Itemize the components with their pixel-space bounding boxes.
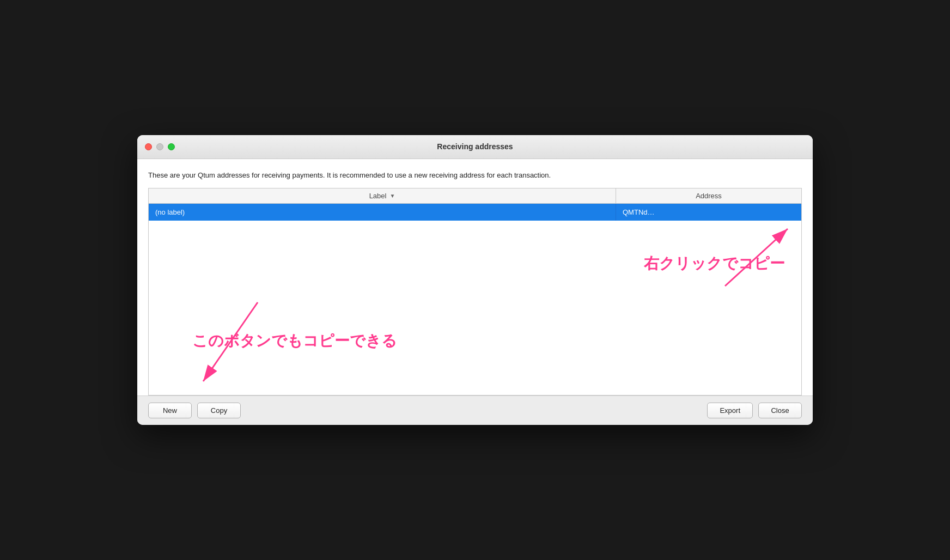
table-row[interactable]: (no label) QMTNd████████████████████████… <box>149 204 801 221</box>
table-header: Label ▼ Address <box>149 188 801 204</box>
address-cell: QMTNd███████████████████████████████████ <box>616 204 801 221</box>
footer-right-buttons: Export Close <box>707 403 802 418</box>
close-button[interactable] <box>145 143 152 150</box>
window-footer: New Copy Export Close <box>137 395 813 425</box>
titlebar: Receiving addresses <box>137 135 813 159</box>
window-title: Receiving addresses <box>437 142 513 151</box>
minimize-button[interactable] <box>156 143 163 150</box>
table-empty-area: 右クリックでコピー このボタンでもコピーできる <box>149 221 801 395</box>
description-text: These are your Qtum addresses for receiv… <box>148 170 802 181</box>
address-table: Label ▼ Address (no label) QMTNd████████… <box>148 188 802 395</box>
address-column-header: Address <box>616 188 801 203</box>
label-column-header: Label ▼ <box>149 188 616 203</box>
traffic-lights <box>145 143 175 150</box>
label-cell: (no label) <box>149 204 616 221</box>
app-window: Receiving addresses These are your Qtum … <box>137 135 813 425</box>
close-button-footer[interactable]: Close <box>758 403 802 418</box>
window-body: These are your Qtum addresses for receiv… <box>137 159 813 396</box>
new-button[interactable]: New <box>148 403 192 418</box>
copy-button[interactable]: Copy <box>197 403 241 418</box>
footer-left-buttons: New Copy <box>148 403 241 418</box>
export-button[interactable]: Export <box>707 403 753 418</box>
sort-icon: ▼ <box>389 193 395 199</box>
copy-button-annotation: このボタンでもコピーできる <box>192 331 397 351</box>
right-click-annotation: 右クリックでコピー <box>644 253 785 274</box>
maximize-button[interactable] <box>168 143 175 150</box>
